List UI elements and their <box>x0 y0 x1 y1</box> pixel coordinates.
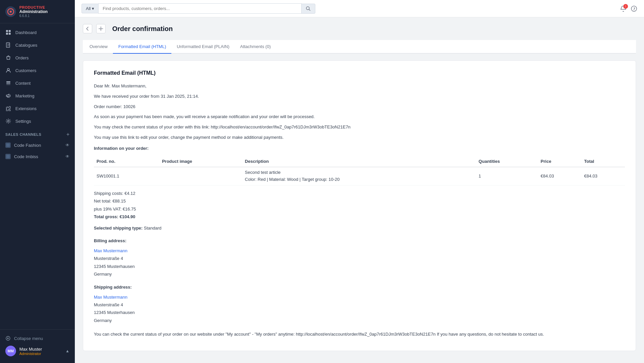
col-total: Total <box>582 156 625 167</box>
brand-title: Administration <box>19 9 48 14</box>
svg-point-2 <box>10 11 12 13</box>
sidebar-item-extensions[interactable]: Extensions <box>0 102 75 115</box>
puzzle-icon <box>5 105 11 111</box>
email-status-link: You may check the current status of your… <box>94 124 625 131</box>
cell-product-image <box>159 167 242 186</box>
shipping-street: Musterstraße 4 <box>94 301 625 309</box>
svg-rect-3 <box>6 30 8 32</box>
sidebar-item-label: Marketing <box>15 93 34 98</box>
notification-badge: ! <box>623 4 628 9</box>
sidebar-item-label: Orders <box>15 55 29 60</box>
person-icon <box>5 67 11 73</box>
sidebar-header: PRODUCTIVE Administration 6.6.8.1 <box>0 0 75 23</box>
tab-unformatted-email[interactable]: Unformatted Email (PLAIN) <box>171 40 235 54</box>
notification-icon[interactable]: ! <box>620 5 627 12</box>
sidebar-item-label: Customers <box>15 68 36 73</box>
user-role: Administrator <box>19 352 62 356</box>
email-greeting: Dear Mr. Max Mustermann, <box>94 83 625 90</box>
add-sales-channel-button[interactable]: + <box>66 131 69 137</box>
col-prod-no: Prod. no. <box>94 156 159 167</box>
billing-address-label: Billing address: <box>94 238 127 243</box>
shipping-address: Shipping address: Max Mustermann Musters… <box>94 283 625 324</box>
user-menu[interactable]: MM Max Muster Administrator ▲ <box>5 343 69 359</box>
channel-icon <box>5 154 11 159</box>
billing-city: 12345 Musterhausen <box>94 263 625 270</box>
svg-rect-14 <box>6 155 10 158</box>
gear-icon <box>5 118 11 124</box>
chevron-up-icon: ▲ <box>65 349 69 353</box>
sidebar-item-label: Dashboard <box>15 30 37 35</box>
collapse-menu-button[interactable]: Collapse menu <box>5 334 69 343</box>
svg-point-8 <box>7 68 9 70</box>
sales-channels-label: Sales Channels <box>5 132 41 136</box>
cell-total: €84.03 <box>582 167 625 186</box>
tab-overview[interactable]: Overview <box>84 40 113 54</box>
channel-code-fashion[interactable]: Code Fashion 👁 <box>0 139 75 151</box>
svg-rect-13 <box>6 143 10 147</box>
user-name: Max Muster <box>19 347 62 352</box>
email-order-number: Order number: 10026 <box>94 103 625 110</box>
billing-address: Billing address: Max Mustermann Musterst… <box>94 237 625 278</box>
col-quantities: Quantities <box>476 156 538 167</box>
tab-attachments[interactable]: Attachments (0) <box>235 40 276 54</box>
sidebar-brand: PRODUCTIVE Administration 6.6.8.1 <box>19 5 48 18</box>
sidebar-nav: Dashboard Catalogues Orders <box>0 23 75 329</box>
eye-icon[interactable]: 👁 <box>65 154 69 159</box>
sidebar-item-content[interactable]: Content <box>0 77 75 89</box>
search-area: All ▾ <box>82 3 315 14</box>
sidebar-item-dashboard[interactable]: Dashboard <box>0 26 75 39</box>
col-price: Price <box>538 156 582 167</box>
page-title: Order confirmation <box>112 25 173 33</box>
col-description: Description <box>242 156 476 167</box>
svg-rect-11 <box>6 84 10 85</box>
billing-name: Max Mustermann <box>94 247 625 255</box>
chevron-down-icon: ▾ <box>92 6 94 11</box>
sidebar-item-label: Catalogues <box>15 43 37 48</box>
content-area: Order confirmation Overview Formatted Em… <box>75 17 644 363</box>
user-info: Max Muster Administrator <box>19 347 62 356</box>
back-button[interactable] <box>83 24 92 33</box>
search-submit-button[interactable] <box>302 4 315 14</box>
brand-name: PRODUCTIVE <box>19 5 48 9</box>
avatar: MM <box>5 346 16 356</box>
channel-label: Code Imbiss <box>14 154 38 159</box>
page-header: Order confirmation <box>83 24 636 33</box>
sidebar-item-marketing[interactable]: Marketing <box>0 89 75 102</box>
megaphone-icon <box>5 93 11 99</box>
svg-rect-5 <box>6 33 8 35</box>
channel-icon <box>5 142 11 148</box>
page-settings-button[interactable] <box>96 24 106 33</box>
channel-label: Code Fashion <box>14 143 41 148</box>
shipping-address-label: Shipping address: <box>94 285 132 290</box>
search-input[interactable] <box>98 3 302 14</box>
sidebar-item-customers[interactable]: Customers <box>0 64 75 77</box>
svg-rect-9 <box>6 81 10 82</box>
cell-description: Second test article Color: Red | Materia… <box>242 167 476 186</box>
table-row: SW10001.1 Second test article Color: Red… <box>94 167 625 186</box>
net-total: Net total: €88.15 <box>94 197 625 205</box>
email-order-table: Prod. no. Product image Description Quan… <box>94 156 625 186</box>
help-icon[interactable] <box>631 5 637 12</box>
col-product-image: Product image <box>159 156 242 167</box>
svg-point-12 <box>8 120 9 122</box>
sidebar-item-label: Settings <box>15 119 31 124</box>
cell-price: €84.03 <box>538 167 582 186</box>
shipping-costs: Shipping costs: €4.12 <box>94 190 625 197</box>
tab-formatted-email[interactable]: Formatted Email (HTML) <box>113 40 171 54</box>
book-icon <box>5 42 11 48</box>
email-body: Dear Mr. Max Mustermann, We have receive… <box>94 83 625 338</box>
sidebar-item-label: Content <box>15 81 31 86</box>
eye-icon[interactable]: 👁 <box>65 143 69 147</box>
avatar-initials: MM <box>8 349 14 353</box>
sidebar-footer: Collapse menu MM Max Muster Administrato… <box>0 329 75 363</box>
sidebar-item-catalogues[interactable]: Catalogues <box>0 39 75 51</box>
search-filter-button[interactable]: All ▾ <box>82 4 98 13</box>
cell-prod-no: SW10001.1 <box>94 167 159 186</box>
sidebar: PRODUCTIVE Administration 6.6.8.1 Dashbo… <box>0 0 75 363</box>
sidebar-item-orders[interactable]: Orders <box>0 51 75 64</box>
email-payment-notice: As soon as your payment has been made, y… <box>94 113 625 120</box>
channel-code-imbiss[interactable]: Code Imbiss 👁 <box>0 151 75 162</box>
email-edit-link: You may use this link to edit your order… <box>94 134 625 141</box>
email-card-title: Formatted Email (HTML) <box>94 70 625 76</box>
sidebar-item-settings[interactable]: Settings <box>0 115 75 127</box>
